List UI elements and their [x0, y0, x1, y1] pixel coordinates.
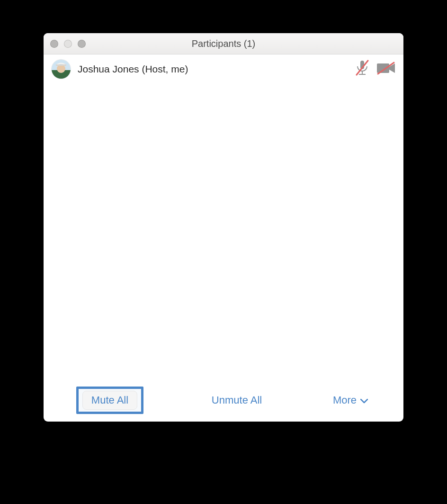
svg-rect-6 [377, 63, 389, 73]
participant-status [355, 60, 396, 79]
participant-name: Joshua Jones (Host, me) [78, 63, 355, 75]
unmute-all-button[interactable]: Unmute All [209, 394, 265, 407]
chevron-down-icon [360, 394, 368, 406]
participants-window: Participants (1) Joshua Jones (Host, me) [44, 33, 403, 422]
zoom-window-button[interactable] [78, 40, 86, 48]
window-controls [50, 40, 86, 48]
more-label: More [333, 394, 357, 406]
titlebar: Participants (1) [44, 33, 403, 54]
svg-rect-3 [56, 64, 66, 66]
participants-list: Joshua Jones (Host, me) [44, 54, 403, 379]
video-off-icon [376, 61, 396, 77]
more-button[interactable]: More [330, 394, 371, 407]
mute-all-highlight: Mute All [76, 387, 143, 414]
avatar [51, 59, 71, 79]
footer: Mute All Unmute All More [44, 379, 403, 422]
mute-all-button[interactable]: Mute All [82, 391, 137, 410]
minimize-window-button[interactable] [64, 40, 72, 48]
close-window-button[interactable] [50, 40, 58, 48]
participant-row[interactable]: Joshua Jones (Host, me) [44, 54, 403, 84]
window-title: Participants (1) [44, 38, 403, 49]
mic-muted-icon [355, 60, 369, 79]
